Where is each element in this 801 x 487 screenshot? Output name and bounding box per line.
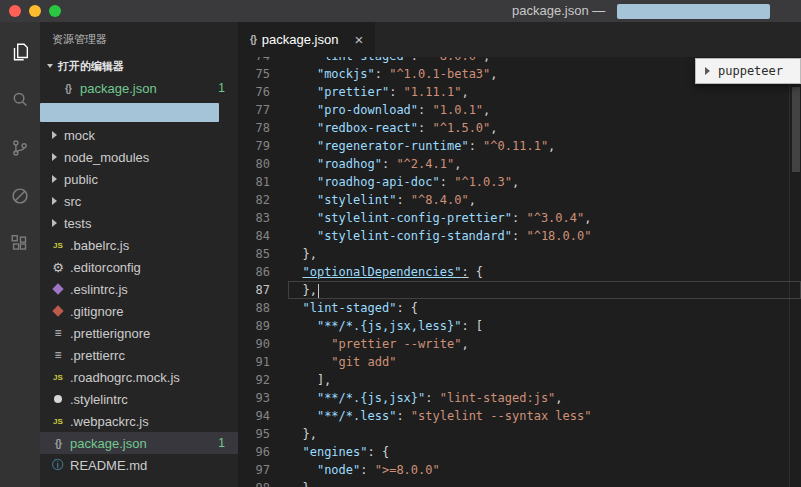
js-icon: JS <box>50 237 66 253</box>
source-control-icon <box>9 137 31 159</box>
tree-item[interactable]: JS .webpackrc.js <box>40 410 238 432</box>
suggest-popup[interactable]: puppeteer <box>695 58 801 84</box>
tree-item[interactable]: ⓘ README.md <box>40 454 238 476</box>
lines-icon: ≡ <box>50 347 66 363</box>
line-number: 95 <box>238 425 270 443</box>
workbench: 资源管理器 打开的编辑器 {} package.json 1 mock node… <box>0 22 801 487</box>
tree-item[interactable]: src <box>40 190 238 212</box>
code-line[interactable]: 77 "pro-download": "1.0.1", <box>238 101 801 119</box>
tree-item[interactable]: node_modules <box>40 146 238 168</box>
close-window-icon[interactable] <box>9 5 21 17</box>
minimize-window-icon[interactable] <box>29 5 41 17</box>
code-line[interactable]: 82 "stylelint": "^8.4.0", <box>238 191 801 209</box>
code-text: "roadhog": "^2.4.1", <box>288 155 801 173</box>
titlebar[interactable]: package.json — <box>0 0 801 22</box>
line-number: 96 <box>238 443 270 461</box>
line-number: 88 <box>238 299 270 317</box>
code-line[interactable]: 92 ], <box>238 371 801 389</box>
code-line[interactable]: 91 "git add" <box>238 353 801 371</box>
code-line[interactable]: 93 "**/*.{js,jsx}": "lint-staged:js", <box>238 389 801 407</box>
tree-item[interactable]: tests <box>40 212 238 234</box>
code-line[interactable]: 86 "optionalDependencies": { <box>238 263 801 281</box>
line-number: 97 <box>238 461 270 479</box>
submenu-arrow-icon <box>705 67 710 75</box>
activity-extensions-button[interactable] <box>0 220 40 268</box>
code-text: }, <box>288 281 801 299</box>
tree-item[interactable]: mock <box>40 124 238 146</box>
chevron-right-icon[interactable] <box>50 197 64 205</box>
code-line[interactable]: 87 }, <box>238 281 801 299</box>
activity-blocked-button[interactable] <box>0 172 40 220</box>
zoom-window-icon[interactable] <box>49 5 61 17</box>
tree-item[interactable]: .gitignore <box>40 300 238 322</box>
git-badge: 1 <box>218 436 225 450</box>
tree-item[interactable]: .stylelintrc <box>40 388 238 410</box>
tree-item-label: .eslintrc.js <box>70 282 128 297</box>
editor-group: {} package.json × 74 "lint-staged": "^8.… <box>238 22 801 487</box>
tree-item-label: .prettierrc <box>70 348 125 363</box>
code-line[interactable]: 80 "roadhog": "^2.4.1", <box>238 155 801 173</box>
activity-bar <box>0 22 40 487</box>
code-line[interactable]: 90 "prettier --write", <box>238 335 801 353</box>
code-line[interactable]: 97 "node": ">=8.0.0" <box>238 461 801 479</box>
code-text: "**/*.{js,jsx,less}": [ <box>288 317 801 335</box>
line-number: 94 <box>238 407 270 425</box>
activity-search-button[interactable] <box>0 76 40 124</box>
tree-item[interactable]: JS .babelrc.js <box>40 234 238 256</box>
line-number: 87 <box>238 281 270 299</box>
code-text: } <box>288 479 801 487</box>
code-text: "pro-download": "1.0.1", <box>288 101 801 119</box>
tree-item-label: .editorconfig <box>70 260 141 275</box>
tree-item[interactable]: ≡ .prettierignore <box>40 322 238 344</box>
tab-bar: {} package.json × <box>238 22 801 57</box>
popup-label: puppeteer <box>718 64 783 78</box>
code-line[interactable]: 89 "**/*.{js,jsx,less}": [ <box>238 317 801 335</box>
line-number: 92 <box>238 371 270 389</box>
open-editor-item[interactable]: {} package.json 1 <box>40 77 238 99</box>
close-tab-icon[interactable]: × <box>354 32 363 47</box>
activity-source-control-button[interactable] <box>0 124 40 172</box>
tree-item[interactable]: JS .roadhogrc.mock.js <box>40 366 238 388</box>
code-line[interactable]: 78 "redbox-react": "^1.5.0", <box>238 119 801 137</box>
code-line[interactable]: 94 "**/*.less": "stylelint --syntax less… <box>238 407 801 425</box>
line-number: 86 <box>238 263 270 281</box>
sidebar-title: 资源管理器 <box>40 22 238 55</box>
tree-item[interactable]: ≡ .prettierrc <box>40 344 238 366</box>
git-badge: 1 <box>218 81 225 95</box>
tree-item[interactable]: public <box>40 168 238 190</box>
code-line[interactable]: 79 "regenerator-runtime": "^0.11.1", <box>238 137 801 155</box>
chevron-right-icon[interactable] <box>50 175 64 183</box>
tree-item[interactable]: .eslintrc.js <box>40 278 238 300</box>
json-icon: {} <box>60 80 76 96</box>
code-line[interactable]: 95 }, <box>238 425 801 443</box>
code-line[interactable]: 98 } <box>238 479 801 487</box>
line-number: 98 <box>238 479 270 487</box>
code-line[interactable]: 88 "lint-staged": { <box>238 299 801 317</box>
code-editor[interactable]: 74 "lint-staged": "^8.0.0", 75 "mockjs":… <box>238 57 801 487</box>
line-number: 74 <box>238 57 270 65</box>
code-line[interactable]: 85 }, <box>238 245 801 263</box>
code-line[interactable]: 76 "prettier": "1.11.1", <box>238 83 801 101</box>
tab-package-json[interactable]: {} package.json × <box>238 22 376 57</box>
code-line[interactable]: 81 "roadhog-api-doc": "^1.0.3", <box>238 173 801 191</box>
window-title: package.json — <box>512 3 605 18</box>
scrollbar-thumb[interactable] <box>792 87 800 172</box>
file-tree: mock node_modules public src tests JS .b… <box>40 124 238 476</box>
line-number: 78 <box>238 119 270 137</box>
open-editors-header[interactable]: 打开的编辑器 <box>40 55 238 77</box>
chevron-right-icon[interactable] <box>50 131 64 139</box>
tree-item[interactable]: {} package.json 1 <box>40 432 238 454</box>
activity-explorer-button[interactable] <box>0 28 40 76</box>
code-line[interactable]: 84 "stylelint-config-standard": "^18.0.0… <box>238 227 801 245</box>
line-number: 75 <box>238 65 270 83</box>
chevron-right-icon[interactable] <box>50 153 64 161</box>
json-icon: {} <box>250 34 256 45</box>
code-text: "redbox-react": "^1.5.0", <box>288 119 801 137</box>
tree-item-label: src <box>64 194 81 209</box>
code-line[interactable]: 96 "engines": { <box>238 443 801 461</box>
tree-item[interactable]: ⚙ .editorconfig <box>40 256 238 278</box>
chevron-right-icon[interactable] <box>50 219 64 227</box>
code-line[interactable]: 83 "stylelint-config-prettier": "^3.0.4"… <box>238 209 801 227</box>
vertical-scrollbar[interactable] <box>789 57 801 487</box>
line-number: 77 <box>238 101 270 119</box>
